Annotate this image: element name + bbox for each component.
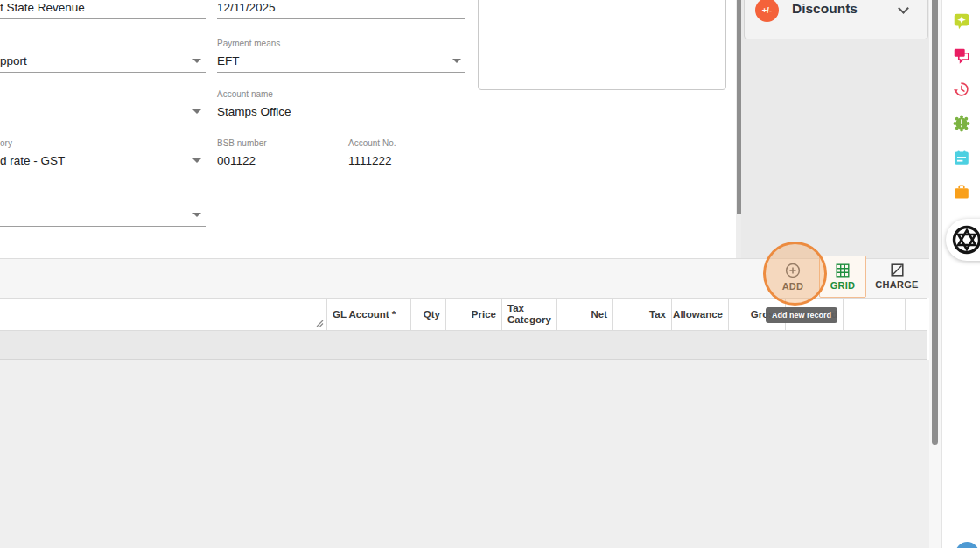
tax-category-label: ory — [0, 138, 12, 148]
square-diagonal-icon — [891, 263, 904, 277]
empty-select-1[interactable] — [0, 95, 206, 123]
column-header-tax-category[interactable]: Tax Category — [502, 299, 557, 330]
payment-means-label: Payment means — [217, 39, 280, 48]
column-label: Price — [472, 309, 496, 320]
column-resize-handle-icon[interactable] — [315, 319, 324, 327]
column-label: Qty — [424, 309, 440, 320]
date-value: 12/11/2025 — [217, 1, 276, 14]
empty-select-2[interactable] — [0, 198, 206, 227]
sparkle-bubble-icon[interactable] — [942, 10, 980, 32]
bsb-number-value: 001122 — [217, 154, 256, 167]
column-header-gl-account[interactable]: GL Account * — [327, 299, 411, 330]
notes-textarea[interactable] — [478, 0, 726, 90]
charge-button-label: CHARGE — [875, 279, 918, 290]
column-label: Allowance — [673, 309, 723, 320]
account-no-field[interactable]: Account No. 1111222 — [348, 144, 466, 172]
history-icon[interactable] — [942, 78, 980, 101]
account-name-value: Stamps Office — [217, 105, 291, 118]
account-name-label: Account name — [217, 89, 273, 99]
column-header-blank-1[interactable] — [844, 299, 906, 330]
app-logo-icon — [949, 222, 980, 257]
discounts-panel: +/- Discounts — [741, 0, 929, 258]
charge-button[interactable]: CHARGE — [868, 256, 926, 298]
column-label: GL Account * — [332, 309, 396, 320]
column-header-blank-2[interactable] — [906, 299, 928, 330]
grid-icon — [836, 263, 850, 278]
grid-button[interactable]: GRID — [819, 256, 866, 298]
plus-minus-icon: +/- — [755, 0, 779, 22]
column-header-price[interactable]: Price — [446, 299, 502, 330]
payment-means-select[interactable]: Payment means EFT — [217, 44, 466, 73]
invoice-form: f State Revenue pport ory d rate - GST 1… — [0, 0, 738, 258]
icon-rail — [942, 0, 980, 548]
bsb-number-field[interactable]: BSB number 001122 — [217, 144, 340, 172]
tax-category-select[interactable]: ory d rate - GST — [0, 144, 206, 172]
column-header-allowance[interactable]: Allowance — [672, 299, 729, 330]
briefcase-icon[interactable] — [942, 180, 980, 203]
app-logo-button[interactable] — [946, 219, 980, 261]
grid-button-label: GRID — [830, 280, 856, 291]
dropdown-arrow-icon — [192, 59, 201, 63]
add-button-label: ADD — [782, 281, 804, 292]
payment-means-value: EFT — [217, 54, 240, 67]
bsb-number-label: BSB number — [217, 138, 267, 148]
payee-field[interactable]: f State Revenue — [0, 0, 206, 19]
discounts-header[interactable]: +/- Discounts — [744, 0, 928, 39]
add-button[interactable]: ADD — [768, 256, 817, 298]
category-select[interactable]: pport — [0, 44, 206, 73]
circle-plus-icon — [785, 263, 801, 278]
dropdown-arrow-icon — [192, 109, 201, 114]
empty-grid-row — [0, 331, 928, 360]
column-header-description[interactable] — [0, 299, 327, 330]
add-tooltip: Add new record — [766, 307, 837, 323]
page-background — [0, 360, 929, 548]
dropdown-arrow-icon — [192, 213, 201, 217]
tax-category-value: d rate - GST — [0, 154, 65, 167]
column-label: Tax Category — [508, 303, 551, 326]
category-value: pport — [0, 54, 27, 67]
chat-icon[interactable] — [942, 44, 980, 67]
column-header-net[interactable]: Net — [557, 299, 613, 330]
account-name-field[interactable]: Account name Stamps Office — [217, 95, 466, 123]
column-header-qty[interactable]: Qty — [411, 299, 446, 330]
app-screen: f State Revenue pport ory d rate - GST 1… — [0, 0, 980, 548]
calendar-icon[interactable] — [942, 146, 980, 169]
discounts-title: Discounts — [792, 1, 858, 17]
date-field[interactable]: 12/11/2025 — [217, 0, 466, 19]
account-no-value: 1111222 — [348, 154, 392, 167]
payee-value: f State Revenue — [0, 1, 85, 14]
chevron-down-icon[interactable] — [898, 3, 909, 14]
account-no-label: Account No. — [348, 138, 396, 148]
dropdown-arrow-icon — [192, 158, 201, 163]
column-label: Tax — [649, 309, 666, 320]
badge-icon[interactable] — [942, 112, 980, 135]
column-label: Net — [591, 309, 607, 320]
column-header-tax[interactable]: Tax — [613, 299, 672, 330]
page-scrollbar-thumb[interactable] — [932, 0, 938, 445]
dropdown-arrow-icon — [452, 59, 461, 63]
